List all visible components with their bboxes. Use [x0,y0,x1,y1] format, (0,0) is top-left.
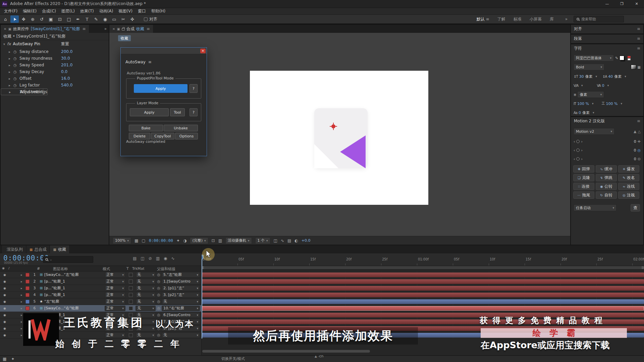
expand-arrow-icon[interactable]: ▸ [21,280,25,283]
grid-swatch-icon[interactable]: ▦ [638,65,641,69]
expand-arrow-icon[interactable]: ▸ [9,57,13,60]
unit-select[interactable]: 像素▾ [577,91,604,98]
menu-effect[interactable]: 效果(T) [77,8,97,14]
effect-property-row[interactable]: ▸ ◷ Sway roundness 30.0 [1,55,109,62]
workspace-standard[interactable]: 标准 [514,16,522,22]
rename-button[interactable]: ✎ 改名 [618,174,639,181]
view-layout-select[interactable]: 1 个▾ [255,237,270,244]
layer-bar-row[interactable] [202,272,644,278]
mini-flowchart-icon[interactable]: ▤ [133,256,137,261]
eye-icon[interactable]: ◉ [0,273,7,277]
workspace-small-screen[interactable]: 小屏幕 [530,16,542,22]
column-layer-name[interactable]: 图层名称 [53,266,68,272]
blend-mode-select[interactable]: 正常▾ [105,333,125,338]
property-value[interactable]: 16.0 [61,76,70,81]
rotate-button[interactable]: ↻ 自转 [596,191,617,199]
ease-button[interactable]: ∿ 缓冲 [596,165,617,173]
selection-tool-icon[interactable]: ➤ [10,15,19,23]
eye-icon[interactable]: ◉ [0,287,7,290]
pickwhip-icon[interactable]: ◎ [156,273,162,277]
track-matte-toggle[interactable] [129,306,133,310]
label-color-chip[interactable] [25,280,30,284]
chevron-down-icon[interactable]: ▾ [607,84,609,87]
layer-row[interactable]: ◉ ▸ 2 ⊞ [p...”轮廓_1 正常▾ 无▾ ◎ 1.[SwayContr… [0,278,201,285]
type-tool-icon[interactable]: T [83,15,91,23]
snap-toggle[interactable]: 对齐 [144,16,157,22]
clone-stamp-tool-icon[interactable]: ◉ [101,15,109,23]
slider-knob[interactable] [576,157,580,161]
parent-select[interactable]: 5.“左”轮廓▾ [162,272,200,278]
trkmat-select[interactable]: 无▾ [136,279,156,284]
timeline-button-icon[interactable]: ▤ [287,238,291,243]
property-value[interactable]: 201.0 [61,63,72,67]
slider-value[interactable]: 0 [634,139,636,144]
viewer-timecode[interactable]: 0:00:00:00 [149,238,173,243]
expand-arrow-icon[interactable]: ▸ [21,287,25,290]
vertical-scale-value[interactable]: 100 % [577,102,589,106]
slider-knob[interactable] [576,148,580,152]
expand-arrow-icon[interactable]: ▸ [9,63,13,67]
workspace-default[interactable]: 默认 [477,16,489,22]
baseline-value[interactable]: 0 [579,111,581,115]
work-area-track[interactable] [202,265,644,270]
eye-icon[interactable]: ◉ [0,300,7,303]
menu-help[interactable]: 帮助(H) [149,8,168,14]
menu-window[interactable]: 窗口 [135,8,149,14]
panel-menu-icon[interactable]: ≡ [637,26,640,31]
pen-tool-icon[interactable]: ✒ [74,15,82,23]
layer-duration-bar[interactable] [202,293,644,297]
camera-select[interactable]: 活动摄像机▾ [225,237,252,244]
leading-value[interactable]: 40 [608,74,613,79]
viewer-comp-tab[interactable]: 收藏 [118,35,131,41]
lock-icon[interactable] [122,28,125,31]
effect-property-row[interactable]: ▸ ◷ Sway distance 200.0 [1,48,109,55]
gradient-swatch[interactable] [631,65,636,69]
menu-edit[interactable]: 编辑(E) [20,8,39,14]
connect-button[interactable]: ∷ 连接 [573,183,594,190]
stopwatch-icon[interactable]: ◷ [13,83,19,87]
slider-value[interactable]: 0 [634,157,636,161]
property-value[interactable]: 0.0 [61,69,67,74]
frame-blend-icon[interactable]: ▥ [156,256,160,261]
puppet-help-button[interactable]: ? [190,84,198,93]
pickwhip-icon[interactable]: ◎ [156,333,162,337]
track-matte-toggle[interactable] [129,300,133,304]
tab-composition[interactable]: ✕ ▣ 合成 收藏 ≡ [109,25,153,33]
work-area-bar[interactable] [202,266,644,269]
layer-bar-row[interactable] [202,278,644,285]
pickwhip-icon[interactable]: ◎ [156,293,162,297]
slider-right-icon[interactable]: › [581,148,582,153]
current-time-indicator[interactable] [202,255,202,339]
transparency-grid-icon[interactable]: ▥ [218,238,222,243]
pickwhip-icon[interactable]: ◎ [156,313,162,317]
expand-arrow-icon[interactable]: ▸ [9,70,13,74]
slider-left-icon[interactable]: ‹ [574,157,575,161]
help-search-box[interactable] [574,16,624,22]
exposure-icon[interactable]: ◐ [294,238,298,243]
eyedropper-icon[interactable]: ✎ [615,56,618,60]
time-ruler[interactable]: 0:00f05f10f15f20f25f01:00f05f10f15f20f25… [202,253,644,265]
label-color-chip[interactable] [25,300,30,304]
effect-property-row[interactable]: ▸ ◷ Lag factor 540.0 [1,82,109,88]
property-value[interactable]: 540.0 [61,83,72,87]
chevron-down-icon[interactable]: ▾ [596,75,597,78]
menu-file[interactable]: 文件(F) [1,8,20,14]
column-mode[interactable]: 模式 [103,266,110,272]
layer-duration-bar[interactable] [202,279,644,284]
track-matte-toggle[interactable] [129,286,133,290]
align-panel-header[interactable]: 对齐 ≡ [571,25,643,33]
panel-menu-icon[interactable]: ≡ [83,26,86,31]
burst-button[interactable]: ✳ 爆发 [618,165,639,173]
tab-main-comp[interactable]: ▦ 总合成 [26,245,49,253]
layer-name[interactable]: [p...”轮廓_1 [44,286,105,291]
layer-bar-row[interactable] [202,298,644,305]
effect-header-row[interactable]: ▾ fx AutoSway Pin 重置 [1,40,109,48]
column-number[interactable]: # [37,266,40,271]
expand-arrow-icon[interactable]: ▸ [21,273,25,277]
autosway-dialog[interactable]: ✕ AutoSway ≡ AutoSway ver1.86 PuppetPinT… [120,47,207,156]
panel-menu-icon[interactable]: ≡ [637,46,640,51]
toggle-switches-button[interactable]: 切换开关/模式 [221,356,245,361]
layer-row[interactable]: ◉ ▸ 1 ⊞ [SwayCo...“左”轮廓 正常▾ 无▾ ◎ 5.“左”轮廓… [0,272,201,278]
layer-name[interactable]: [SwayCo...“右”轮廓 [44,306,105,311]
copytool-button[interactable]: CopyTool [151,133,174,139]
